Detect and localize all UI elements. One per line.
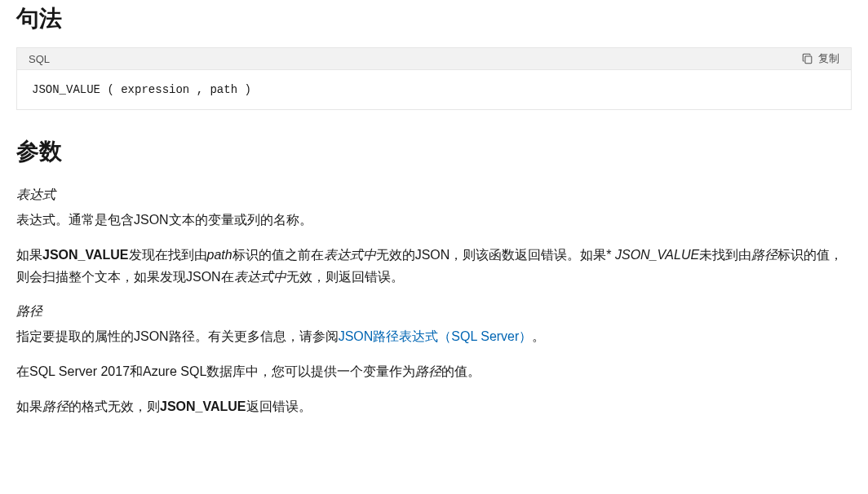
param-path-p3: 如果路径的格式无效，则JSON_VALUE返回错误。 (16, 395, 852, 417)
copy-label: 复制 (818, 51, 839, 66)
params-heading: 参数 (16, 136, 852, 167)
param-path-p2: 在SQL Server 2017和Azure SQL数据库中，您可以提供一个变量… (16, 360, 852, 382)
code-lang-label: SQL (29, 53, 50, 65)
copy-icon (802, 53, 813, 64)
param-path-name: 路径 (16, 303, 852, 320)
code-content: JSON_VALUE ( expression , path ) (17, 70, 851, 109)
json-path-link[interactable]: JSON路径表达式（SQL Server） (339, 329, 533, 343)
code-block: SQL 复制 JSON_VALUE ( expression , path ) (16, 47, 852, 110)
code-header: SQL 复制 (17, 48, 851, 70)
param-expression-name: 表达式 (16, 187, 852, 204)
param-expression-note: 如果JSON_VALUE发现在找到由path标识的值之前在表达式中无效的JSON… (16, 244, 852, 288)
syntax-heading: 句法 (16, 3, 852, 34)
copy-button[interactable]: 复制 (802, 51, 839, 66)
params-section: 参数 表达式 表达式。通常是包含JSON文本的变量或列的名称。 如果JSON_V… (16, 136, 852, 417)
param-expression-desc: 表达式。通常是包含JSON文本的变量或列的名称。 (16, 209, 852, 231)
param-path-desc: 指定要提取的属性的JSON路径。有关更多信息，请参阅JSON路径表达式（SQL … (16, 325, 852, 347)
svg-rect-0 (805, 56, 812, 64)
